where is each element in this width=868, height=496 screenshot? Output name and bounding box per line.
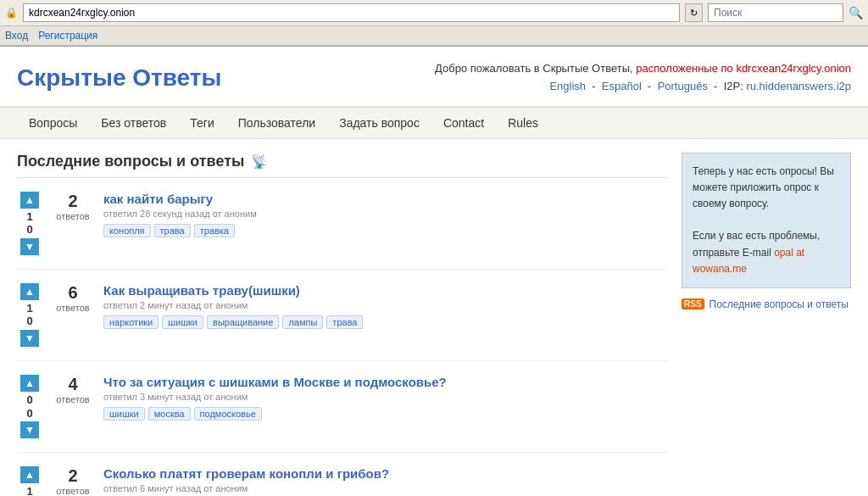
answer-count-label: ответов <box>51 486 95 496</box>
tagline-prefix: Добро пожаловать в Скрытые Ответы, <box>435 62 633 75</box>
nav-rules[interactable]: Rules <box>496 108 550 138</box>
lock-icon: 🔒 <box>5 7 18 19</box>
address-bar: 🔒 ↻ 🔍 <box>0 0 868 26</box>
rss-badge-icon: RSS <box>682 298 704 309</box>
tag[interactable]: травка <box>194 224 235 237</box>
answer-count-box: 2 ответов <box>51 466 95 496</box>
vote-up-count: 1 <box>26 210 32 224</box>
nav-ask[interactable]: Задать вопрос <box>327 108 431 138</box>
answer-count-label: ответов <box>51 303 95 313</box>
answer-count: 4 <box>51 375 95 394</box>
lang-i2p-label: I2P: <box>724 80 743 92</box>
toolbar: Вход Регистрация <box>0 26 868 46</box>
question-title-link[interactable]: Как выращивать траву(шишки) <box>103 283 300 298</box>
question-title-link[interactable]: как найти барыгу <box>103 192 213 206</box>
tag[interactable]: москва <box>148 407 191 421</box>
nav-tags[interactable]: Теги <box>178 108 225 138</box>
answer-count: 2 <box>51 466 95 486</box>
vote-up-count: 1 <box>26 302 32 315</box>
vote-up-count: 0 <box>26 393 32 407</box>
tagline-link[interactable]: расположенные по kdrcxean24rxglcy.onion <box>636 62 851 75</box>
vote-up-count: 1 <box>26 485 32 496</box>
sidebar-rss-label: Последние вопросы и ответы <box>709 298 849 310</box>
site-nav: Вопросы Без ответов Теги Пользователи За… <box>0 108 868 139</box>
vote-box: ▲ 1 0 ▼ <box>17 466 42 496</box>
lang-espanol-link[interactable]: Español <box>602 80 642 92</box>
browser-chrome: 🔒 ↻ 🔍 Вход Регистрация <box>0 0 868 47</box>
tag[interactable]: выращивание <box>207 315 279 329</box>
tag[interactable]: трава <box>326 315 363 329</box>
nav-contact[interactable]: Contact <box>431 108 496 138</box>
sidebar-problem-text: Если у вас есть проблемы, отправьте E-ma… <box>693 228 840 277</box>
tag[interactable]: шишки <box>162 315 203 329</box>
question-body: как найти барыгу ответил 28 секунд назад… <box>103 192 668 237</box>
sidebar-polls-text: Теперь у нас есть опросы! Вы можете прил… <box>693 164 840 213</box>
answer-count-box: 4 ответов <box>51 375 95 404</box>
question-title-link[interactable]: Что за ситуация с шишками в Москве и под… <box>103 375 447 389</box>
answer-count-label: ответов <box>51 394 95 404</box>
vote-down-count: 0 <box>26 315 32 328</box>
question-meta: ответил 6 минут назад от аноним <box>103 483 668 493</box>
rss-icon: 📡 <box>251 153 268 170</box>
search-icon: 🔍 <box>849 6 863 20</box>
question-body: Как выращивать траву(шишки) ответил 2 ми… <box>103 283 668 329</box>
vote-down-button[interactable]: ▼ <box>20 238 39 255</box>
nav-unanswered[interactable]: Без ответов <box>89 108 178 138</box>
tag[interactable]: конопля <box>103 224 151 237</box>
page-title: Последние вопросы и ответы 📡 <box>17 153 668 178</box>
vote-box: ▲ 0 0 ▼ <box>17 375 42 438</box>
question-item: ▲ 0 0 ▼ 4 ответов Что за ситуация с шишк… <box>17 375 668 453</box>
tag[interactable]: трава <box>154 224 191 237</box>
question-item: ▲ 1 0 ▼ 6 ответов Как выращивать траву(ш… <box>17 283 668 361</box>
question-body: Что за ситуация с шишками в Москве и под… <box>103 375 668 421</box>
tag[interactable]: шишки <box>103 407 145 421</box>
lang-portugues-link[interactable]: Português <box>658 80 708 92</box>
lang-links: English - Español - Português - I2P: ru.… <box>238 78 851 96</box>
question-tags: наркотики шишки выращивание лампы трава <box>103 315 668 329</box>
question-meta: ответил 28 секунд назад от аноним <box>103 209 668 219</box>
site-logo: Скрытые Ответы <box>17 64 221 92</box>
vote-down-count: 0 <box>26 223 32 237</box>
vote-box: ▲ 1 0 ▼ <box>17 283 42 347</box>
toolbar-login-link[interactable]: Вход <box>5 30 28 42</box>
tag[interactable]: подмосковье <box>194 407 262 421</box>
browser-search-input[interactable] <box>708 3 843 22</box>
question-tags: конопля трава травка <box>103 224 668 237</box>
question-item: ▲ 1 0 ▼ 2 ответов как найти барыгу ответ… <box>17 192 668 270</box>
vote-up-button[interactable]: ▲ <box>20 192 39 209</box>
nav-questions[interactable]: Вопросы <box>17 108 89 138</box>
tag[interactable]: наркотики <box>103 315 159 329</box>
answer-count: 2 <box>51 192 95 211</box>
question-meta: ответил 2 минут назад от аноним <box>103 300 668 310</box>
vote-box: ▲ 1 0 ▼ <box>17 192 42 255</box>
lang-i2p-link[interactable]: ru.hiddenanswers.i2p <box>746 80 851 92</box>
vote-down-button[interactable]: ▼ <box>20 421 39 438</box>
vote-down-button[interactable]: ▼ <box>20 330 39 347</box>
nav-users[interactable]: Пользователи <box>226 108 327 138</box>
question-body: Сколько платят гроверам конопли и грибов… <box>103 466 668 496</box>
sidebar-info-box: Теперь у нас есть опросы! Вы можете прил… <box>682 153 851 288</box>
answer-count-box: 2 ответов <box>51 192 95 221</box>
page-wrapper: Скрытые Ответы Добро пожаловать в Скрыты… <box>0 47 868 496</box>
vote-down-count: 0 <box>26 407 32 421</box>
question-title-link[interactable]: Сколько платят гроверам конопли и грибов… <box>103 466 389 481</box>
question-item: ▲ 1 0 ▼ 2 ответов Сколько платят гровера… <box>17 466 668 496</box>
answer-count: 6 <box>51 283 95 303</box>
address-input[interactable] <box>23 3 680 22</box>
tag[interactable]: лампы <box>282 315 323 329</box>
content-area: Последние вопросы и ответы 📡 ▲ 1 0 ▼ 2 о… <box>0 139 868 496</box>
vote-up-button[interactable]: ▲ <box>20 283 39 300</box>
question-meta: ответил 3 минут назад от аноним <box>103 392 668 402</box>
vote-up-button[interactable]: ▲ <box>20 375 39 392</box>
vote-up-button[interactable]: ▲ <box>20 466 39 483</box>
toolbar-register-link[interactable]: Регистрация <box>38 30 97 42</box>
site-tagline: Добро пожаловать в Скрытые Ответы, распо… <box>238 60 851 96</box>
lang-english-link[interactable]: English <box>549 80 586 92</box>
answer-count-label: ответов <box>51 211 95 221</box>
refresh-button[interactable]: ↻ <box>685 3 703 22</box>
question-tags: шишки москва подмосковье <box>103 407 668 421</box>
sidebar-rss-link[interactable]: RSS Последние вопросы и ответы <box>682 298 851 310</box>
sidebar: Теперь у нас есть опросы! Вы можете прил… <box>682 153 851 496</box>
main-content: Последние вопросы и ответы 📡 ▲ 1 0 ▼ 2 о… <box>17 153 668 496</box>
site-header: Скрытые Ответы Добро пожаловать в Скрыты… <box>0 47 868 108</box>
